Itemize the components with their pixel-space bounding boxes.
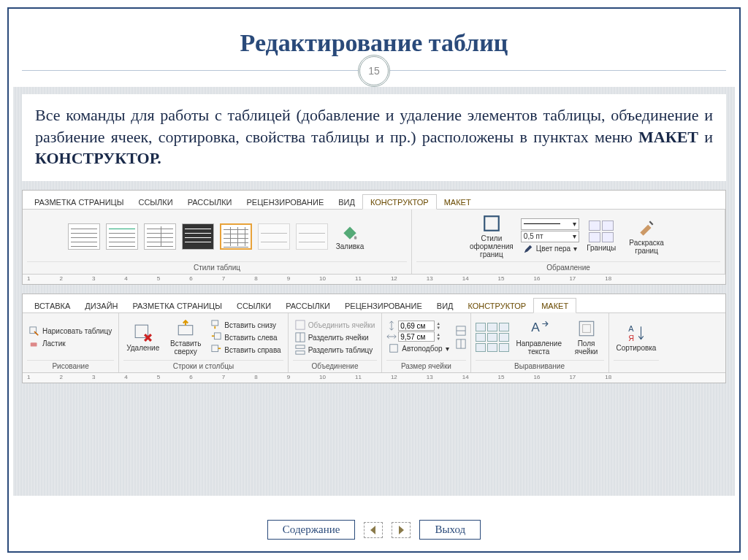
table-style-thumb[interactable] xyxy=(144,223,176,250)
exit-button[interactable]: Выход xyxy=(419,520,481,540)
table-style-thumb[interactable] xyxy=(296,223,328,250)
arrow-left-icon xyxy=(367,524,379,536)
slide-frame xyxy=(7,7,741,553)
table-style-thumb[interactable] xyxy=(258,223,290,250)
title-divider: 15 xyxy=(0,70,748,71)
table-style-thumb[interactable] xyxy=(106,223,138,250)
prev-slide-button[interactable] xyxy=(364,522,383,538)
table-style-thumb[interactable] xyxy=(182,223,214,250)
table-style-thumb[interactable] xyxy=(68,223,100,250)
next-slide-button[interactable] xyxy=(392,522,411,538)
contents-button[interactable]: Содержание xyxy=(267,520,356,540)
navigation-row: Содержание Выход xyxy=(0,520,748,540)
arrow-right-icon xyxy=(395,524,407,536)
table-style-thumb-selected[interactable] xyxy=(220,223,252,250)
page-number-badge: 15 xyxy=(358,55,390,87)
